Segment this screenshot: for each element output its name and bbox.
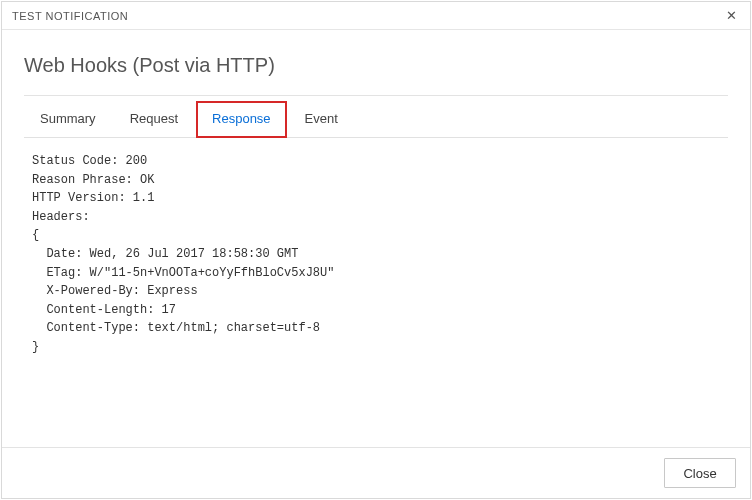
dialog-title: TEST NOTIFICATION (12, 10, 128, 22)
dialog-content: Web Hooks (Post via HTTP) Summary Reques… (2, 30, 750, 447)
test-notification-dialog: TEST NOTIFICATION ✕ Web Hooks (Post via … (1, 1, 751, 499)
close-icon[interactable]: ✕ (714, 2, 750, 30)
titlebar: TEST NOTIFICATION ✕ (2, 2, 750, 30)
dialog-footer: Close (2, 447, 750, 498)
tab-summary[interactable]: Summary (24, 101, 112, 138)
response-text: Status Code: 200 Reason Phrase: OK HTTP … (32, 152, 724, 357)
tab-request[interactable]: Request (114, 101, 194, 138)
tab-bar: Summary Request Response Event (24, 100, 728, 138)
close-button[interactable]: Close (664, 458, 736, 488)
page-title: Web Hooks (Post via HTTP) (24, 54, 728, 77)
response-panel: Status Code: 200 Reason Phrase: OK HTTP … (24, 138, 728, 437)
divider (24, 95, 728, 96)
tab-response[interactable]: Response (196, 101, 287, 138)
tab-event[interactable]: Event (289, 101, 354, 138)
